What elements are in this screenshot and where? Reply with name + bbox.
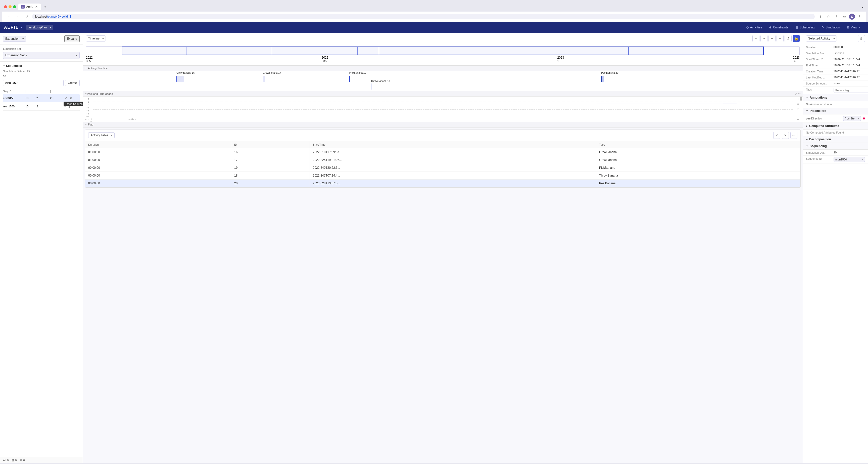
nav-simulation[interactable]: ↻ Simulation [818,24,843,31]
overview-viewport[interactable] [122,47,764,55]
tags-input[interactable] [834,88,868,93]
peel-fruit-chart-area[interactable]: Guide 0 [93,96,793,122]
time-label-1-line1: 2022 [322,56,329,59]
minimize-button[interactable] [8,5,11,8]
close-button[interactable] [4,5,7,8]
timeline-back-button[interactable]: ← [752,35,760,42]
table-actions: ⤢ ⤡ ••• [773,132,797,139]
nav-constraints-label: Constraints [773,26,788,29]
expansion-set-select[interactable]: Expansion Set 2 [3,52,80,59]
active-tab[interactable]: A Aerie ✕ [18,3,41,10]
timeline-forward-button[interactable]: → [761,35,768,42]
expand-seq-button[interactable]: ⤢ [64,95,69,100]
timeline-zoom-out-button[interactable]: − [769,35,776,42]
seq-input[interactable] [3,80,64,86]
chart-gridline-4 [93,117,793,117]
nav-scheduling[interactable]: ▦ Scheduling [793,24,817,31]
nav-constraints[interactable]: ⊕ Constraints [766,24,792,31]
table-expand-button[interactable]: ⤢ [773,132,780,139]
left-sidebar: Expansion ▼ Expand Expansion Set Expansi… [0,33,83,463]
table-fullscreen-button[interactable]: ⤡ [782,132,789,139]
fullscreen-button[interactable] [13,5,16,8]
timeline-lock-button[interactable]: 🔒 [793,35,800,42]
prop-sim-dataset: Simulation Dat... 10 [803,150,868,156]
table-row-19[interactable]: 00:00:00 19 2022-340T20:22:3... PickBana… [85,164,800,172]
prop-duration-label: Duration [806,46,834,49]
timeline-dropdown[interactable]: Timeline [86,35,106,41]
menu-button[interactable]: ⋮ [856,13,863,20]
activity-label-throwbanana18: ThrowBanana 18 [371,80,390,83]
activity-point-pickbanana19[interactable] [349,76,350,82]
seq-row-eis03450[interactable]: eis03450 10 2... 2... ⤢ Open Sequence 🗑 [3,94,80,103]
decomposition-section-header[interactable]: ▶ Decomposition [803,136,868,143]
activity-bar-growbanana17[interactable] [263,76,266,82]
selected-activity-dropdown[interactable]: Selected Activity [806,35,837,41]
constraints-icon: ⊕ [769,26,772,29]
chart-expand-icon[interactable]: ⤢ [795,92,797,95]
activity-bar-growbanana16[interactable] [177,76,184,82]
expand-button[interactable]: Expand [64,35,80,42]
computed-attributes-section-header[interactable]: ▶ Computed Attributes [803,123,868,129]
bookmark-button[interactable]: ☆ [825,13,832,20]
prop-last-modified: Last Modified ... 2022-11-14T23:07:20... [803,75,868,81]
nav-view[interactable]: ⊞ View ▼ [844,24,864,31]
param-peel-direction-select[interactable]: fromSter [843,116,861,121]
row-19-type: PickBanana [596,164,800,172]
activity-timeline-header[interactable]: ▼ Activity Timeline [83,66,803,71]
sequences-section: ▼ Sequences Simulation Dataset ID 10 Cre… [0,62,83,457]
extensions-button[interactable]: ⋮ [833,13,840,20]
forward-button[interactable]: → [14,13,21,20]
activity-table-header: Activity Table ▼ ⤢ ⤡ ••• [85,130,800,141]
tab-title: Aerie [26,5,33,8]
parameters-section-header[interactable]: ▼ Parameters [803,108,868,114]
table-row-16[interactable]: 01:00:00 16 2022-310T17:39:37... GrowBan… [85,148,800,156]
row-17-start: 2022-325T19:01:07... [310,156,596,164]
user-avatar[interactable]: E [849,13,855,20]
table-row-18[interactable]: 00:00:00 18 2022-347T07:14:4... ThrowBan… [85,172,800,180]
chart-zero-line [93,109,793,110]
chart-more-icon[interactable]: ⋯ [798,92,801,95]
create-button[interactable]: Create [65,80,80,86]
annotations-section-header[interactable]: ▼ Annotations [803,94,868,101]
activity-table-dropdown[interactable]: Activity Table [88,132,115,138]
prop-sim-status-label: Simulation Stat... [806,52,834,55]
timeline-reset-button[interactable]: ↺ [784,35,792,42]
refresh-button[interactable]: ↺ [23,13,30,20]
time-label-0-line1: 2022 [86,56,93,59]
back-button[interactable]: ← [5,13,12,20]
status-grid: ▦ 0 [11,459,17,462]
delete-seq-button[interactable]: 🗑 [70,95,73,100]
flag-header[interactable]: ▼ Flag [83,122,803,127]
sequences-title[interactable]: ▼ Sequences [3,64,80,68]
computed-attributes-title: Computed Attributes [809,124,839,128]
activity-timeline-section: ▼ Activity Timeline GrowBanana 16 GrowBa… [83,66,803,91]
sequencing-section-header[interactable]: ▼ Sequencing [803,143,868,150]
table-row-17[interactable]: 01:00:00 17 2022-325T19:01:07... GrowBan… [85,156,800,164]
activity-point-throwbanana18[interactable] [371,84,371,90]
browser-expand-button[interactable]: ⌄ [862,5,864,8]
timeline-zoom-in-button[interactable]: + [777,35,783,42]
nav-activities[interactable]: ◇ Activities [743,24,765,31]
sequences-title-text: Sequences [6,64,22,68]
seq-row-col2: 10 [25,96,35,99]
tab-close-button[interactable]: ✕ [35,5,38,8]
expansion-dropdown[interactable]: Expansion [3,36,26,42]
time-labels: 2022 305 2022 335 2023 1 2023 [86,55,800,63]
window-button[interactable]: ▭ [841,13,848,20]
table-row-20[interactable]: 00:00:00 20 2023-028T13:07:5... PeelBana… [85,180,800,187]
activity-timeline-body[interactable]: GrowBanana 16 GrowBanana 17 PickBanana 1… [83,71,803,91]
share-button[interactable]: ⬆ [817,13,824,20]
plan-selector[interactable]: veryLongPlan [26,25,53,30]
peel-fruit-chart-header[interactable]: ▼ Peel and Fruit Usage ⤢ ⋯ [83,91,803,96]
sequence-id-select[interactable]: rson1500 None eis03450 [834,157,865,162]
seq-row-col4: 2... [50,96,63,99]
address-bar[interactable]: localhost/plans/4?viewId=1 [32,14,815,19]
table-more-button[interactable]: ••• [790,132,797,139]
delete-activity-button[interactable]: 🗑 [858,35,865,42]
activity-bar-peelbanana20[interactable] [601,76,603,82]
new-tab-button[interactable]: + [42,4,48,10]
nav-view-label: View [851,26,857,29]
status-settings-count: 0 [23,459,25,462]
activity-table-dropdown-wrapper: Activity Table ▼ [88,132,115,138]
overview-track[interactable] [86,46,800,55]
